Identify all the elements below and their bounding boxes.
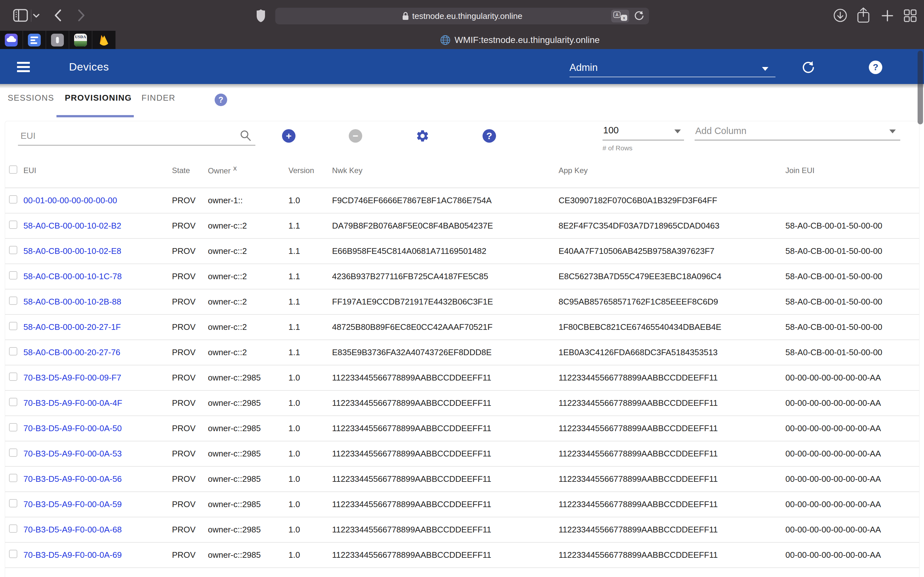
tabs-help-button[interactable]: ? — [215, 93, 227, 106]
device-eui-link[interactable]: 70-B3-D5-A9-F0-00-09-F7 — [23, 373, 121, 382]
add-filter-button[interactable]: + — [282, 129, 296, 143]
row-checkbox[interactable] — [9, 423, 17, 432]
device-eui-link[interactable]: 70-B3-D5-A9-F0-00-0A-56 — [23, 474, 121, 484]
device-eui-link[interactable]: 70-B3-D5-A9-F0-00-0A-69 — [23, 550, 121, 560]
device-eui-link[interactable]: 58-A0-CB-00-00-20-27-76 — [23, 348, 120, 357]
toolbar-divider — [31, 10, 31, 22]
join-eui-cell: 58-A0-CB-00-01-50-00-00 — [785, 348, 919, 358]
row-checkbox[interactable] — [9, 195, 17, 203]
device-eui-link[interactable]: 70-B3-D5-A9-F0-00-0A-4F — [23, 398, 122, 408]
nwk-key-cell: E66B958FE45C814A0681A71169501482 — [332, 246, 559, 256]
row-checkbox[interactable] — [9, 322, 17, 330]
nwk-key-cell: 4236B937B277116FB725CA4187FE5C85 — [332, 271, 559, 282]
device-eui-link[interactable]: 70-B3-D5-A9-F0-00-0A-68 — [23, 525, 121, 534]
owner-cell: owner-c::2985 — [208, 449, 288, 459]
join-eui-cell: 58-A0-CB-00-01-50-00-00 — [785, 246, 919, 256]
docs-favicon-icon — [28, 34, 41, 47]
app-key-cell: 112233445566778899AABBCCDDEEFF11 — [559, 474, 785, 484]
row-checkbox[interactable] — [9, 347, 17, 356]
device-eui-link[interactable]: 58-A0-CB-00-00-10-02-B2 — [23, 221, 121, 230]
remove-owner-column-icon[interactable]: X — [233, 166, 237, 172]
privacy-shield-icon[interactable] — [256, 9, 266, 23]
nwk-key-cell: DA79B8F2B076A8F5E0C8F4BAB054237E — [332, 221, 559, 231]
eui-search-input[interactable] — [21, 129, 232, 143]
account-select[interactable]: Admin — [569, 60, 775, 77]
rows-per-page-hint: # of Rows — [603, 144, 632, 152]
table-row: 70-B3-D5-A9-F0-00-09-F7 PROV owner-c::29… — [5, 366, 919, 391]
search-icon[interactable] — [239, 129, 252, 142]
downloads-icon[interactable] — [833, 8, 848, 23]
table-row: 58-A0-CB-00-00-10-02-B2 PROV owner-c::2 … — [5, 213, 919, 239]
pinned-tab-firebase[interactable] — [92, 31, 115, 49]
info-favicon-icon — [51, 34, 64, 47]
filter-help-button[interactable]: ? — [483, 129, 496, 143]
pinned-tab-usda[interactable]: USDA — [69, 31, 92, 49]
table-row: 70-B3-D5-A9-F0-00-0A-59 PROV owner-c::29… — [5, 492, 919, 517]
row-checkbox[interactable] — [9, 448, 17, 457]
device-eui-link[interactable]: 58-A0-CB-00-00-20-27-1F — [23, 322, 121, 332]
address-bar[interactable]: testnode.eu.thingularity.online Ax — [275, 8, 649, 24]
row-checkbox[interactable] — [9, 271, 17, 279]
device-eui-link[interactable]: 58-A0-CB-00-00-10-2B-88 — [23, 297, 121, 306]
refresh-button[interactable] — [801, 61, 816, 75]
state-cell: PROV — [172, 348, 208, 358]
settings-gear-icon[interactable] — [415, 129, 430, 143]
join-eui-cell: 58-A0-CB-00-01-50-00-00 — [785, 322, 919, 332]
pinned-tab-cloud[interactable] — [0, 31, 23, 49]
device-eui-link[interactable]: 58-A0-CB-00-00-10-02-E8 — [23, 246, 121, 256]
row-checkbox[interactable] — [9, 550, 17, 558]
state-cell: PROV — [172, 525, 208, 535]
rows-per-page-select[interactable]: 100 — [603, 124, 684, 140]
owner-cell: owner-c::2985 — [208, 373, 288, 383]
app-key-cell: 112233445566778899AABBCCDDEEFF11 — [559, 398, 785, 408]
device-eui-link[interactable]: 70-B3-D5-A9-F0-00-0A-59 — [23, 500, 121, 509]
row-checkbox[interactable] — [9, 221, 17, 229]
device-eui-link[interactable]: 58-A0-CB-00-00-10-1C-78 — [23, 271, 121, 281]
version-cell: 1.0 — [288, 500, 332, 509]
pinned-tab-docs[interactable] — [23, 31, 46, 49]
chevron-down-icon[interactable] — [33, 13, 40, 18]
row-checkbox[interactable] — [9, 246, 17, 254]
vertical-scrollbar-thumb[interactable] — [918, 51, 923, 124]
back-icon[interactable] — [53, 9, 62, 22]
owner-cell: owner-c::2985 — [208, 500, 288, 509]
tab-provisioning[interactable]: PROVISIONING — [65, 93, 132, 103]
app-key-cell: 112233445566778899AABBCCDDEEFF11 — [559, 373, 785, 383]
active-tab[interactable]: WMIF:testnode.eu.thingularity.online — [115, 31, 924, 49]
version-cell: 1.0 — [288, 398, 332, 408]
translate-icon[interactable]: Ax — [611, 10, 629, 23]
device-eui-link[interactable]: 00-01-00-00-00-00-00-00 — [23, 195, 117, 205]
remove-filter-button[interactable]: − — [349, 129, 362, 143]
state-cell: PROV — [172, 398, 208, 408]
select-all-checkbox[interactable] — [9, 165, 17, 174]
row-checkbox[interactable] — [9, 499, 17, 508]
table-row: 70-B3-D5-A9-F0-00-0A-50 PROV owner-c::29… — [5, 416, 919, 442]
reload-icon[interactable] — [634, 11, 645, 21]
new-tab-icon[interactable] — [880, 9, 895, 23]
share-icon[interactable] — [856, 7, 871, 24]
usda-favicon-icon: USDA — [74, 34, 87, 47]
menu-icon[interactable] — [17, 62, 30, 72]
row-checkbox[interactable] — [9, 524, 17, 533]
nwk-key-cell: 112233445566778899AABBCCDDEEFF11 — [332, 474, 559, 484]
nwk-key-cell: 112233445566778899AABBCCDDEEFF11 — [332, 424, 559, 434]
row-checkbox[interactable] — [9, 398, 17, 406]
pinned-tab-info[interactable] — [46, 31, 69, 49]
tab-sessions[interactable]: SESSIONS — [8, 93, 54, 103]
device-eui-link[interactable]: 70-B3-D5-A9-F0-00-0A-50 — [23, 424, 121, 433]
tab-finder[interactable]: FINDER — [142, 93, 176, 103]
forward-icon[interactable] — [77, 9, 86, 22]
nwk-key-cell: 112233445566778899AABBCCDDEEFF11 — [332, 500, 559, 509]
app-key-cell: 112233445566778899AABBCCDDEEFF11 — [559, 424, 785, 434]
device-eui-link[interactable]: 70-B3-D5-A9-F0-00-0A-53 — [23, 449, 121, 458]
owner-cell: owner-c::2 — [208, 271, 288, 282]
tab-overview-icon[interactable] — [903, 8, 918, 23]
row-checkbox[interactable] — [9, 474, 17, 482]
row-checkbox[interactable] — [9, 372, 17, 381]
add-column-select[interactable]: Add Column — [695, 124, 900, 140]
app-key-cell: 8C95AB857658571762F1C85EEEF8C6D9 — [559, 297, 785, 307]
col-app-key: App Key — [559, 166, 785, 175]
row-checkbox[interactable] — [9, 297, 17, 305]
help-button[interactable]: ? — [869, 61, 882, 74]
sidebar-toggle-icon[interactable] — [13, 8, 28, 23]
